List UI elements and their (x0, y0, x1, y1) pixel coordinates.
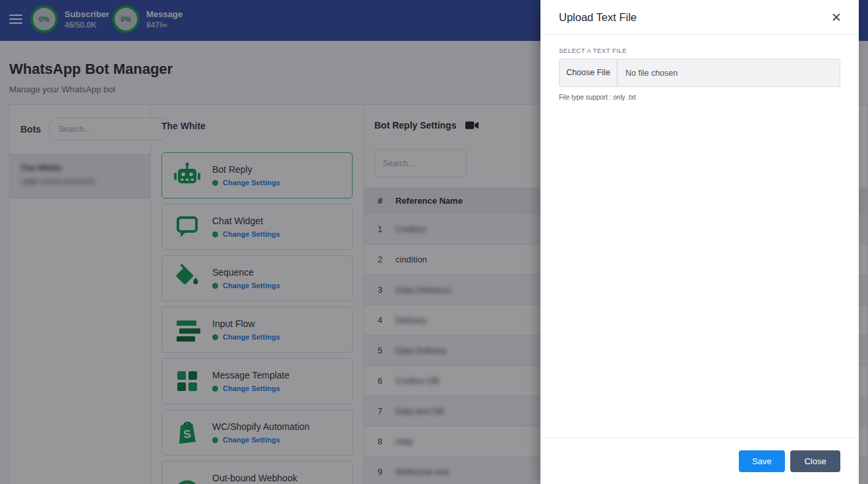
choose-file-button[interactable]: Choose File (560, 59, 618, 86)
upload-text-file-modal: Upload Text File ✕ SELECT A TEXT FILE Ch… (540, 0, 859, 484)
close-icon[interactable]: ✕ (831, 11, 842, 24)
file-input[interactable]: Choose File No file chosen (559, 59, 840, 87)
close-button[interactable]: Close (790, 450, 840, 472)
modal-title: Upload Text File (559, 11, 831, 24)
file-type-hint: File type support : only .txt (559, 94, 840, 101)
modal-footer: Save Close (540, 438, 859, 484)
file-status-text: No file chosen (618, 69, 678, 78)
file-field-label: SELECT A TEXT FILE (559, 47, 840, 54)
save-button[interactable]: Save (739, 450, 785, 472)
